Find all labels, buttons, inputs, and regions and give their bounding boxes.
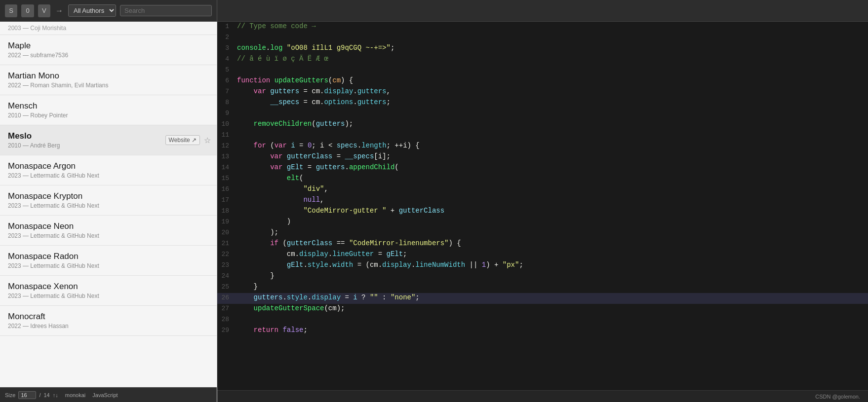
code-line: 8 __specs = cm.options.gutters; bbox=[217, 98, 868, 109]
font-name: Monaspace Xenon bbox=[8, 282, 209, 292]
code-editor[interactable]: 1 // Type some code → 2 3 console.log "o… bbox=[217, 22, 868, 390]
list-item[interactable]: Monaspace Xenon 2023 — Lettermatic & Git… bbox=[0, 276, 217, 306]
list-item[interactable]: Monaspace Argon 2023 — Lettermatic & Git… bbox=[0, 155, 217, 185]
font-name: Monaspace Neon bbox=[8, 221, 209, 231]
font-name: Monocraft bbox=[8, 312, 209, 322]
font-meta: 2023 — Lettermatic & GitHub Next bbox=[8, 172, 209, 179]
top-bar-left: S 0 V → All Authors bbox=[0, 0, 217, 21]
size-label: Size bbox=[5, 392, 15, 398]
code-line: 22 cm.display.lineGutter = gElt; bbox=[217, 250, 868, 260]
code-line: 15 elt( bbox=[217, 174, 868, 184]
font-meta: 2010 — Robey Pointer bbox=[8, 112, 209, 119]
font-meta: 2022 — subframe7536 bbox=[8, 52, 209, 59]
font-name: Martian Mono bbox=[8, 71, 209, 81]
line-height-value: 14 bbox=[43, 392, 49, 398]
list-item-meslo[interactable]: Meslo 2010 — André Berg Website ↗ ☆ bbox=[0, 125, 217, 155]
font-meta: 2023 — Lettermatic & GitHub Next bbox=[8, 232, 209, 239]
search-input[interactable] bbox=[120, 5, 212, 16]
code-line: 2 bbox=[217, 33, 868, 43]
main-content: 2003 — Coji Morishita Maple 2022 — subfr… bbox=[0, 22, 868, 402]
code-line: 14 var gElt = gutters.appendChild( bbox=[217, 163, 868, 174]
btn-s[interactable]: S bbox=[5, 4, 17, 17]
arrows-icon: ↑↓ bbox=[53, 392, 58, 398]
code-line: 5 bbox=[217, 65, 868, 76]
code-line: 23 gElt.style.width = (cm.display.lineNu… bbox=[217, 260, 868, 271]
code-line: 17 null, bbox=[217, 195, 868, 206]
code-line: 24 } bbox=[217, 271, 868, 282]
code-line: 3 console.log "oO08 iIlL1 g9qCGQ ~-+=>"; bbox=[217, 43, 868, 54]
list-item[interactable]: Mensch 2010 — Robey Pointer bbox=[0, 95, 217, 125]
list-item[interactable]: Monaspace Krypton 2023 — Lettermatic & G… bbox=[0, 185, 217, 216]
code-line-highlight: 26 gutters.style.display = i ? "" : "non… bbox=[217, 293, 868, 304]
code-line: 1 // Type some code → bbox=[217, 22, 868, 33]
sidebar-list: 2003 — Coji Morishita Maple 2022 — subfr… bbox=[0, 22, 217, 387]
btn-v[interactable]: V bbox=[38, 4, 50, 17]
editor-wrapper: 1 // Type some code → 2 3 console.log "o… bbox=[217, 22, 868, 402]
code-line: 4 // â é ù ï ø ç Ä Ë Æ œ bbox=[217, 54, 868, 65]
code-line: 25 } bbox=[217, 282, 868, 293]
code-line: 7 var gutters = cm.display.gutters, bbox=[217, 87, 868, 98]
font-name: Monaspace Argon bbox=[8, 161, 209, 171]
font-name: Mensch bbox=[8, 101, 209, 111]
font-name: Monaspace Krypton bbox=[8, 191, 209, 201]
authors-dropdown[interactable]: All Authors bbox=[68, 4, 116, 17]
font-meta: 2023 — Lettermatic & GitHub Next bbox=[8, 292, 209, 299]
prev-item: 2003 — Coji Morishita bbox=[0, 22, 217, 35]
star-icon[interactable]: ☆ bbox=[204, 136, 211, 145]
slash: / bbox=[39, 392, 40, 398]
list-item[interactable]: Monocraft 2022 — Idrees Hassan bbox=[0, 306, 217, 336]
sidebar-bottom-bar: Size / 14 ↑↓ monokai JavaScript bbox=[0, 387, 217, 402]
theme-value: monokai bbox=[65, 392, 86, 398]
size-input[interactable] bbox=[18, 391, 36, 399]
arrow-icon: → bbox=[54, 6, 64, 15]
list-item[interactable]: Monaspace Radon 2023 — Lettermatic & Git… bbox=[0, 246, 217, 276]
code-line: 13 var gutterClass = __specs[i]; bbox=[217, 152, 868, 163]
code-line: 29 return false; bbox=[217, 326, 868, 336]
list-item[interactable]: Monaspace Neon 2023 — Lettermatic & GitH… bbox=[0, 216, 217, 246]
code-line: 21 if (gutterClass == "CodeMirror-linenu… bbox=[217, 239, 868, 250]
list-item[interactable]: Maple 2022 — subframe7536 bbox=[0, 35, 217, 65]
code-line: 12 for (var i = 0; i < specs.length; ++i… bbox=[217, 141, 868, 152]
font-item-actions: Website ↗ ☆ bbox=[165, 135, 211, 145]
sidebar: 2003 — Coji Morishita Maple 2022 — subfr… bbox=[0, 22, 217, 402]
font-meta: 2022 — Roman Shamin, Evil Martians bbox=[8, 82, 209, 89]
code-line: 9 bbox=[217, 109, 868, 119]
code-line: 19 ) bbox=[217, 217, 868, 228]
code-line: 16 "div", bbox=[217, 184, 868, 195]
top-bar: S 0 V → All Authors bbox=[0, 0, 868, 22]
font-meta: 2022 — Idrees Hassan bbox=[8, 323, 209, 329]
website-link[interactable]: Website ↗ bbox=[165, 135, 200, 145]
font-meta: 2023 — Lettermatic & GitHub Next bbox=[8, 262, 209, 269]
font-name: Monaspace Radon bbox=[8, 252, 209, 261]
code-line: 27 updateGutterSpace(cm); bbox=[217, 304, 868, 315]
status-text: CSDN @golemon. bbox=[815, 394, 860, 400]
code-line: 28 bbox=[217, 315, 868, 326]
btn-0[interactable]: 0 bbox=[21, 4, 34, 17]
lang-value: JavaScript bbox=[92, 392, 118, 398]
code-line: 20 ); bbox=[217, 228, 868, 239]
font-meta: 2023 — Lettermatic & GitHub Next bbox=[8, 202, 209, 209]
code-line: 18 "CodeMirror-gutter " + gutterClass bbox=[217, 206, 868, 217]
font-name: Maple bbox=[8, 41, 209, 51]
code-line: 10 removeChildren(gutters); bbox=[217, 119, 868, 130]
code-line: 6 function updateGutters(cm) { bbox=[217, 76, 868, 87]
code-line: 11 bbox=[217, 130, 868, 141]
status-bar: CSDN @golemon. bbox=[217, 390, 868, 402]
list-item[interactable]: Martian Mono 2022 — Roman Shamin, Evil M… bbox=[0, 65, 217, 95]
